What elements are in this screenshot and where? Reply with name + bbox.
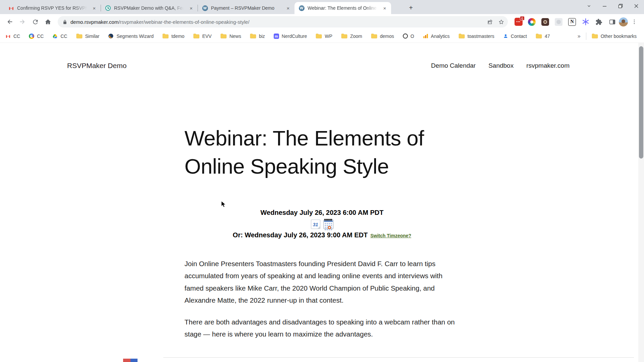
new-tab-button[interactable]: + <box>407 3 415 12</box>
tab-webinar-active[interactable]: W Webinar: The Elements of Online × <box>294 2 391 14</box>
color-wheel-extension-icon[interactable] <box>527 17 536 26</box>
tab-title: Confirming RSVP YES for RSVPMa <box>17 5 88 11</box>
bookmark-item[interactable]: WP <box>316 34 332 39</box>
scrollbar-thumb[interactable] <box>639 46 643 159</box>
notion-extension-icon[interactable]: N <box>568 17 577 26</box>
vertical-scrollbar[interactable] <box>638 43 644 362</box>
site-nav: Demo Calendar Sandbox rsvpmaker.com <box>431 62 570 69</box>
gray-card-extension-icon[interactable] <box>554 17 563 26</box>
lock-icon <box>62 19 67 24</box>
partial-embed-top-edge <box>123 359 138 362</box>
bookmark-item[interactable]: Analytics <box>423 34 450 39</box>
address-bar[interactable]: demo.rsvpmaker.com/rsvpmaker/webinar-the… <box>58 16 508 27</box>
bookmark-item[interactable]: toastmasters <box>459 34 494 39</box>
folder-icon <box>592 34 598 39</box>
tab-close-icon[interactable]: × <box>382 5 388 11</box>
url-text: demo.rsvpmaker.com/rsvpmaker/webinar-the… <box>70 19 483 25</box>
reload-button[interactable] <box>29 15 42 28</box>
bookmark-item[interactable]: O <box>403 34 414 39</box>
back-button[interactable] <box>3 15 16 28</box>
bookmark-item[interactable]: CC <box>5 34 20 39</box>
window-minimize-button[interactable] <box>597 0 612 12</box>
password-manager-extension-icon[interactable]: ••• 6 <box>514 17 523 26</box>
page-title: Webinar: The Elements of Online Speaking… <box>184 124 460 181</box>
window-close-button[interactable] <box>628 0 644 12</box>
bookmark-item[interactable]: EVV <box>193 34 212 39</box>
bookmark-item[interactable]: 47 <box>536 34 550 39</box>
bookmarks-overflow-chevron[interactable]: » <box>578 33 581 39</box>
tab-title: Webinar: The Elements of Online <box>308 5 379 11</box>
person-icon <box>503 34 508 39</box>
bookmark-item[interactable]: CC <box>29 34 44 39</box>
section-divider <box>163 357 634 358</box>
bookmark-item[interactable]: demos <box>371 34 394 39</box>
bookmark-item[interactable]: biz <box>250 34 265 39</box>
segments-wizard-icon <box>108 33 114 39</box>
paragraph: Join Online Presenters Toastmasters foun… <box>184 258 460 307</box>
bookmark-item[interactable]: Contact <box>503 34 527 39</box>
bookmark-item[interactable]: CC <box>52 34 67 39</box>
bookmarks-divider <box>586 33 586 40</box>
nav-sandbox[interactable]: Sandbox <box>488 62 514 69</box>
share-icon[interactable] <box>487 19 493 25</box>
folder-icon <box>76 34 83 39</box>
bookmark-item[interactable]: Similar <box>76 34 100 39</box>
google-drive-icon <box>52 34 58 39</box>
folder-icon <box>459 34 465 39</box>
tab-close-icon[interactable]: × <box>91 5 97 11</box>
tab-title: Payment – RSVPMaker Demo <box>211 5 282 11</box>
google-calendar-icon[interactable]: 31 <box>311 220 320 229</box>
nav-demo-calendar[interactable]: Demo Calendar <box>431 62 476 69</box>
camera-extension-icon[interactable] <box>541 17 550 26</box>
site-header: RSVPMaker Demo Demo Calendar Sandbox rsv… <box>67 62 570 70</box>
gmail-favicon-icon <box>8 5 14 11</box>
alarm-clock-favicon-icon <box>105 5 111 11</box>
tab-search-chevron-icon[interactable] <box>581 0 597 12</box>
page-viewport: RSVPMaker Demo Demo Calendar Sandbox rsv… <box>0 43 644 362</box>
snowflake-extension-icon[interactable] <box>581 17 590 26</box>
bookmark-item[interactable]: Zoom <box>341 34 362 39</box>
switch-timezone-link[interactable]: Switch Timzeone? <box>370 233 411 238</box>
tab-close-icon[interactable]: × <box>285 5 291 11</box>
browser-menu-dots-icon[interactable] <box>628 15 641 28</box>
main-content: Webinar: The Elements of Online Speaking… <box>184 124 460 341</box>
bookmark-item[interactable]: News <box>220 34 241 39</box>
forward-button[interactable] <box>16 15 29 28</box>
extensions-cluster: ••• 6 N <box>512 17 619 26</box>
side-panel-icon[interactable] <box>608 17 617 26</box>
folder-icon <box>536 34 542 39</box>
event-datetime-primary: Wednesday July 26, 2023 6:00 AM PDT <box>184 209 460 217</box>
window-restore-button[interactable] <box>612 0 628 12</box>
profile-avatar[interactable] <box>619 17 628 26</box>
extensions-puzzle-icon[interactable] <box>594 17 603 26</box>
tab-title: RSVPMaker Demo with Q&A, Fea <box>114 5 185 11</box>
tab-payment[interactable]: W Payment – RSVPMaker Demo × <box>198 2 294 14</box>
paragraph: There are both advantages and disadvanta… <box>184 316 460 341</box>
gmail-icon <box>5 34 11 39</box>
folder-icon <box>371 34 377 39</box>
tab-close-icon[interactable]: × <box>188 5 194 11</box>
browser-toolbar: demo.rsvpmaker.com/rsvpmaker/webinar-the… <box>0 14 644 29</box>
browser-window: Confirming RSVP YES for RSVPMa × RSVPMak… <box>0 0 644 362</box>
folder-icon <box>341 34 347 39</box>
tab-strip: Confirming RSVP YES for RSVPMa × RSVPMak… <box>0 0 644 14</box>
home-button[interactable] <box>42 15 54 28</box>
bookmark-item[interactable]: m NerdCulture <box>274 34 307 39</box>
nav-rsvpmaker-com[interactable]: rsvpmaker.com <box>526 62 570 69</box>
other-bookmarks-button[interactable]: Other bookmarks <box>592 34 637 39</box>
wordpress-favicon-icon: W <box>299 5 305 11</box>
mastodon-icon: m <box>274 34 279 39</box>
bookmark-item[interactable]: Segments Wizard <box>108 33 153 39</box>
bookmark-item[interactable]: tdemo <box>162 34 184 39</box>
bookmark-star-icon[interactable] <box>498 19 504 25</box>
ical-calendar-icon[interactable] <box>323 220 333 229</box>
ring-icon <box>403 34 408 39</box>
extension-badge: 6 <box>520 16 525 20</box>
event-datetime-alt: Or: Wednesday July 26, 2023 9:00 AM EDTS… <box>184 231 460 239</box>
tab-gmail-rsvp[interactable]: Confirming RSVP YES for RSVPMa × <box>4 2 101 14</box>
folder-icon <box>316 34 322 39</box>
site-title[interactable]: RSVPMaker Demo <box>67 62 126 70</box>
tab-rsvpmaker-demo[interactable]: RSVPMaker Demo with Q&A, Fea × <box>101 2 198 14</box>
bookmarks-bar: CC CC CC Similar Segments Wizard tdemo <box>0 29 644 43</box>
calendar-links-row: 31 <box>184 220 460 229</box>
